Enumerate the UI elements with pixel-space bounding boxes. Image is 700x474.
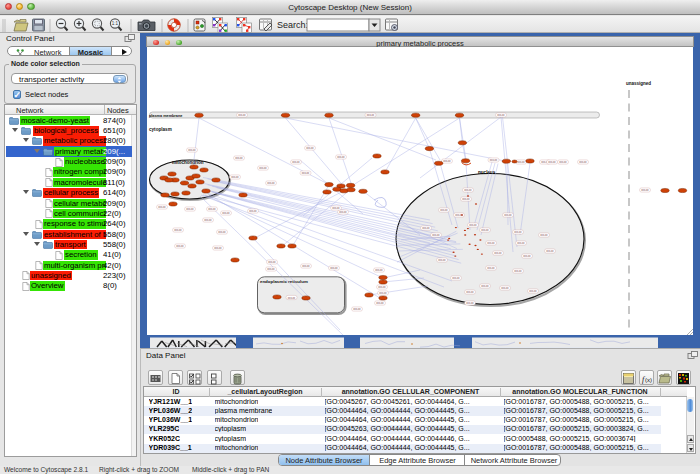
svg-text:xxx-xx: xxx-xx [353, 308, 361, 311]
svg-text:xxx-xx: xxx-xx [174, 229, 182, 232]
svg-text:xxx-xx: xxx-xx [452, 277, 460, 280]
svg-text:1:1: 1:1 [112, 21, 119, 26]
svg-text:xxx-xx: xxx-xx [306, 147, 314, 150]
svg-text:xxx-xx: xxx-xx [546, 250, 554, 253]
svg-text:xxx-xx: xxx-xx [176, 245, 184, 248]
svg-text:xxx-xx: xxx-xx [267, 268, 275, 271]
svg-text:xxx-xx: xxx-xx [268, 261, 276, 264]
svg-text:xxx-xx: xxx-xx [466, 291, 474, 294]
svg-text:xxx-xx: xxx-xx [540, 234, 548, 237]
svg-text:xxx-xx: xxx-xx [481, 229, 489, 232]
svg-text:xxx-xx: xxx-xx [641, 189, 649, 192]
svg-text:xxx-xx: xxx-xx [517, 242, 525, 245]
svg-text:xxx-xx: xxx-xx [422, 227, 430, 230]
svg-text:mitochondrion: mitochondrion [172, 160, 204, 165]
svg-text:xxx-xx: xxx-xx [548, 161, 556, 164]
svg-text:xxx-xx: xxx-xx [332, 207, 340, 210]
svg-text:xxx-xx: xxx-xx [378, 286, 386, 289]
svg-text:Search:: Search: [277, 20, 308, 30]
svg-text:xxx-xx: xxx-xx [158, 206, 166, 209]
svg-text:xxx-xx: xxx-xx [375, 269, 383, 272]
svg-text:xxx-xx: xxx-xx [466, 302, 474, 305]
svg-text:xxx-xx: xxx-xx [432, 234, 440, 237]
svg-text:cytoplasm: cytoplasm [149, 127, 172, 132]
svg-text:xxx-xx: xxx-xx [302, 265, 310, 268]
svg-text:xxx-xx: xxx-xx [494, 252, 502, 255]
svg-text:xxx-xx: xxx-xx [464, 189, 472, 192]
svg-text:xxx-xx: xxx-xx [186, 208, 194, 211]
svg-text:xxx-xx: xxx-xx [330, 267, 338, 270]
svg-text:plasma membrane: plasma membrane [149, 114, 182, 118]
svg-text:xxx-xx: xxx-xx [497, 114, 505, 117]
svg-text:unassigned: unassigned [626, 81, 651, 86]
svg-text:xxx-xx: xxx-xx [487, 242, 495, 245]
svg-text:xxx-xx: xxx-xx [249, 210, 257, 213]
svg-text:xxx-xx: xxx-xx [481, 285, 489, 288]
svg-text:xxx-xx: xxx-xx [339, 211, 347, 214]
svg-text:xxx-xx: xxx-xx [208, 208, 216, 211]
svg-text:xxx-xx: xxx-xx [523, 255, 531, 258]
svg-text:xxx-xx: xxx-xx [490, 159, 498, 162]
svg-text:xxx-xx: xxx-xx [292, 161, 300, 164]
svg-text:xxx-xx: xxx-xx [559, 161, 567, 164]
svg-text:xxx-xx: xxx-xx [238, 114, 246, 117]
svg-text:xxx-xx: xxx-xx [462, 198, 470, 201]
svg-text:xxx-xx: xxx-xx [517, 161, 525, 164]
svg-text:xxx-xx: xxx-xx [440, 209, 448, 212]
svg-text:xxx-xx: xxx-xx [529, 290, 537, 293]
svg-text:xxx-xx: xxx-xx [188, 149, 196, 152]
svg-text:(x): (x) [645, 377, 652, 383]
svg-text:xxx-xx: xxx-xx [218, 231, 226, 234]
svg-text:xxx-xx: xxx-xx [302, 172, 310, 175]
svg-text:xxx-xx: xxx-xx [504, 214, 512, 217]
svg-text:endoplasmic reticulum: endoplasmic reticulum [260, 279, 308, 284]
svg-text:xxx-xx: xxx-xx [259, 167, 267, 170]
svg-text:xxx-xx: xxx-xx [214, 247, 222, 250]
svg-text:xxx-xx: xxx-xx [443, 160, 451, 163]
svg-text:xxx-xx: xxx-xx [235, 157, 243, 160]
svg-text:xxx-xx: xxx-xx [267, 182, 275, 185]
svg-text:xxx-xx: xxx-xx [469, 224, 477, 227]
svg-text:xxx-xx: xxx-xx [514, 270, 522, 273]
svg-text:xxx-xx: xxx-xx [379, 292, 387, 295]
svg-text:xxx-xx: xxx-xx [501, 287, 509, 290]
svg-text:xxx-xx: xxx-xx [438, 259, 446, 262]
svg-text:xxx-xx: xxx-xx [579, 161, 587, 164]
svg-text:xxx-xx: xxx-xx [231, 176, 239, 179]
svg-text:xxx-xx: xxx-xx [337, 156, 345, 159]
svg-text:xxx-xx: xxx-xx [487, 267, 495, 270]
svg-text:xxx-xx: xxx-xx [288, 297, 296, 300]
svg-text:xxx-xx: xxx-xx [376, 302, 384, 305]
svg-text:xxx-xx: xxx-xx [514, 231, 522, 234]
svg-text:xxx-xx: xxx-xx [222, 212, 230, 215]
svg-text:xxx-xx: xxx-xx [204, 219, 212, 222]
svg-text:xxx-xx: xxx-xx [367, 114, 375, 117]
